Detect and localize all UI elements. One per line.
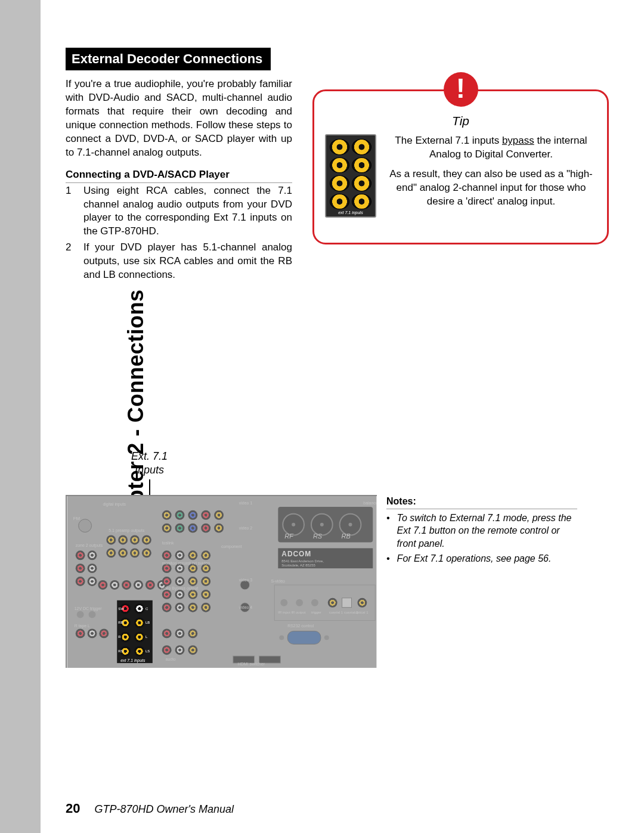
step-number: 1 (66, 184, 73, 239)
svg-point-63 (99, 628, 109, 638)
svg-point-21 (145, 580, 155, 590)
svg-text:video Bypass output: video Bypass output (161, 586, 199, 591)
svg-point-81 (279, 635, 284, 640)
svg-point-69 (292, 523, 295, 527)
svg-text:SW: SW (118, 607, 124, 611)
svg-point-56 (162, 645, 172, 655)
step-item: 1 Using eight RCA cables, connect the 7.… (66, 184, 292, 239)
svg-text:video 2: video 2 (239, 526, 253, 530)
svg-text:monitor/ record/ hd svideo: monitor/ record/ hd svideo (162, 561, 210, 565)
svg-text:RF: RF (284, 533, 294, 540)
svg-point-60 (89, 611, 96, 618)
svg-point-23 (162, 510, 172, 520)
svg-point-44 (201, 577, 210, 586)
tip-callout: ! Tip The External 7.1 inputs bypass the… (312, 89, 609, 244)
svg-point-51 (188, 603, 197, 612)
svg-point-53 (162, 628, 172, 638)
svg-text:trigger: trigger (311, 611, 321, 614)
svg-point-74 (280, 599, 287, 606)
svg-point-43 (188, 577, 197, 586)
svg-point-59 (77, 611, 84, 618)
svg-point-36 (201, 550, 210, 560)
svg-point-62 (88, 628, 97, 638)
manual-title: GTP-870HD Owner's Manual (94, 803, 234, 816)
svg-point-47 (188, 590, 197, 599)
step-item: 2 If your DVD player has 5.1-channel ana… (66, 241, 292, 282)
svg-point-119 (134, 618, 145, 628)
svg-point-82 (324, 635, 329, 640)
svg-point-11 (130, 535, 140, 545)
svg-text:audio: audio (166, 657, 176, 661)
svg-text:R  tape  L: R tape L (75, 624, 90, 628)
page-number: 20 (66, 801, 80, 816)
svg-point-10 (118, 535, 128, 545)
svg-point-17 (98, 580, 107, 590)
svg-point-29 (175, 524, 185, 533)
svg-point-123 (134, 646, 145, 657)
svg-text:balanced: balanced (363, 501, 377, 505)
step-list: 1 Using eight RCA cables, connect the 7.… (66, 184, 292, 283)
svg-point-8 (88, 577, 97, 586)
main-body-text: If you're a true audiophile, you're prob… (66, 78, 292, 284)
svg-point-120 (120, 631, 131, 642)
svg-text:12V DC trigger: 12V DC trigger (75, 606, 103, 611)
tip-text: The External 7.1 inputs bypass the inter… (386, 134, 596, 209)
svg-text:FM: FM (73, 516, 80, 521)
svg-text:RB: RB (118, 621, 123, 625)
svg-text:ADCOM: ADCOM (281, 550, 311, 558)
svg-text:S-video: S-video (271, 579, 285, 583)
svg-text:video 3: video 3 (239, 578, 253, 582)
svg-point-33 (162, 550, 172, 560)
svg-text:coaxial 1   coaxial 2: coaxial 1 coaxial 2 (329, 611, 358, 614)
svg-point-19 (122, 580, 131, 590)
page-footer: 20 GTP-870HD Owner's Manual (66, 801, 234, 816)
rear-panel-diagram: video 1 video 2 video 3 video 4 5.1 prea… (66, 495, 377, 668)
svg-point-75 (296, 599, 303, 606)
svg-text:digital inputs: digital inputs (103, 502, 126, 507)
svg-point-28 (162, 524, 172, 533)
step-number: 2 (66, 241, 73, 282)
svg-point-50 (175, 603, 185, 612)
notes-block: Notes: •To switch to External 7.1 mode, … (386, 495, 577, 568)
svg-point-41 (162, 577, 172, 586)
intro-paragraph: If you're a true audiophile, you're prob… (66, 78, 292, 160)
svg-point-26 (201, 510, 210, 520)
svg-text:LS: LS (145, 649, 150, 653)
svg-point-45 (162, 590, 172, 599)
step-text: Using eight RCA cables, connect the 7.1 … (83, 184, 292, 239)
svg-point-9 (106, 535, 116, 545)
section-heading: External Decoder Connections (66, 48, 271, 70)
subheading: Connecting a DVD-A/SACD Player (66, 168, 292, 183)
svg-point-121 (134, 631, 145, 642)
rear-panel-svg: video 1 video 2 video 3 video 4 5.1 prea… (67, 496, 377, 668)
svg-point-16 (142, 548, 151, 558)
svg-point-64 (79, 519, 92, 532)
svg-point-79 (357, 598, 367, 608)
svg-text:8541 East Anderson Drive,: 8541 East Anderson Drive, (281, 559, 324, 563)
svg-rect-80 (287, 631, 321, 644)
svg-text:RS232 control: RS232 control (287, 624, 314, 628)
svg-point-15 (130, 548, 140, 558)
svg-point-12 (142, 535, 151, 545)
svg-point-58 (188, 645, 197, 655)
svg-point-52 (201, 603, 210, 612)
svg-point-7 (76, 577, 85, 586)
svg-text:RB: RB (342, 533, 351, 540)
svg-text:toslink: toslink (162, 541, 174, 545)
svg-point-25 (188, 510, 197, 520)
svg-text:Scottsdale, AZ 85255: Scottsdale, AZ 85255 (281, 563, 315, 567)
note-item: •For Ext 7.1 operations, see page 56. (386, 552, 577, 565)
svg-text:C: C (145, 607, 148, 611)
svg-point-71 (349, 523, 352, 527)
ext71-label: Ext. 7.1Inputs (131, 450, 168, 476)
svg-point-18 (110, 580, 119, 590)
svg-text:zone 2 outputs: zone 2 outputs (76, 543, 103, 548)
svg-point-48 (201, 590, 210, 599)
svg-point-117 (134, 603, 145, 614)
svg-text:video 1: video 1 (239, 501, 253, 505)
svg-text:video 4: video 4 (239, 605, 253, 609)
svg-text:HDMI switcher: HDMI switcher (238, 662, 265, 666)
svg-text:optical 1: optical 1 (355, 611, 369, 614)
svg-point-14 (118, 548, 128, 558)
svg-point-13 (106, 548, 116, 558)
